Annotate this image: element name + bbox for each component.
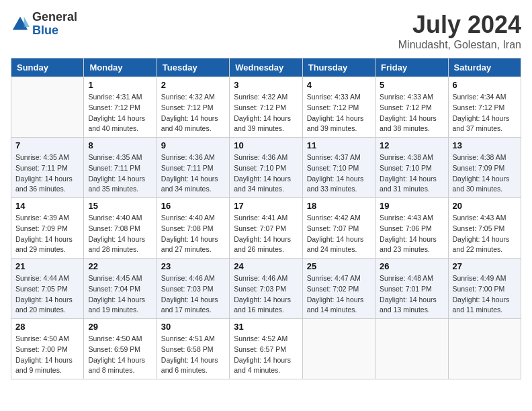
calendar-cell: 20Sunrise: 4:43 AMSunset: 7:05 PMDayligh… (448, 198, 521, 259)
calendar-cell: 8Sunrise: 4:35 AMSunset: 7:11 PMDaylight… (84, 138, 157, 198)
day-info: Sunrise: 4:38 AMSunset: 7:10 PMDaylight:… (380, 152, 443, 195)
week-row-5: 28Sunrise: 4:50 AMSunset: 7:00 PMDayligh… (11, 319, 521, 379)
day-info: Sunrise: 4:36 AMSunset: 7:11 PMDaylight:… (161, 152, 225, 195)
day-info: Sunrise: 4:51 AMSunset: 6:58 PMDaylight:… (161, 334, 225, 376)
calendar-cell: 28Sunrise: 4:50 AMSunset: 7:00 PMDayligh… (11, 319, 84, 379)
calendar-cell: 3Sunrise: 4:32 AMSunset: 7:12 PMDaylight… (230, 77, 302, 138)
day-number: 7 (15, 140, 79, 150)
week-row-1: 1Sunrise: 4:31 AMSunset: 7:12 PMDaylight… (11, 77, 521, 138)
day-info: Sunrise: 4:36 AMSunset: 7:10 PMDaylight:… (234, 152, 298, 195)
title-area: July 2024 Minudasht, Golestan, Iran (398, 11, 521, 51)
header-day-friday: Friday (375, 58, 448, 77)
day-info: Sunrise: 4:50 AMSunset: 6:59 PMDaylight:… (88, 334, 152, 376)
day-number: 29 (88, 322, 152, 332)
calendar-cell: 18Sunrise: 4:42 AMSunset: 7:07 PMDayligh… (302, 198, 375, 259)
calendar-header: SundayMondayTuesdayWednesdayThursdayFrid… (11, 58, 521, 77)
day-number: 27 (453, 261, 517, 271)
day-info: Sunrise: 4:43 AMSunset: 7:05 PMDaylight:… (453, 213, 517, 255)
month-title: July 2024 (398, 11, 521, 39)
day-info: Sunrise: 4:33 AMSunset: 7:12 PMDaylight:… (307, 92, 371, 134)
calendar-cell: 9Sunrise: 4:36 AMSunset: 7:11 PMDaylight… (157, 138, 229, 198)
day-number: 26 (380, 261, 443, 271)
header-day-monday: Monday (84, 58, 157, 77)
day-number: 2 (161, 80, 225, 90)
header-day-saturday: Saturday (448, 58, 521, 77)
logo-blue-text: Blue (32, 24, 77, 38)
day-info: Sunrise: 4:32 AMSunset: 7:12 PMDaylight:… (234, 92, 298, 134)
calendar-cell: 26Sunrise: 4:48 AMSunset: 7:01 PMDayligh… (375, 259, 448, 319)
calendar-cell (302, 319, 375, 379)
day-number: 23 (161, 261, 225, 271)
day-number: 20 (453, 201, 517, 211)
day-info: Sunrise: 4:52 AMSunset: 6:57 PMDaylight:… (234, 334, 298, 376)
calendar-cell (448, 319, 521, 379)
day-info: Sunrise: 4:46 AMSunset: 7:03 PMDaylight:… (161, 273, 225, 316)
day-number: 19 (380, 201, 443, 211)
day-info: Sunrise: 4:35 AMSunset: 7:11 PMDaylight:… (15, 152, 79, 195)
day-info: Sunrise: 4:47 AMSunset: 7:02 PMDaylight:… (307, 273, 371, 316)
day-info: Sunrise: 4:49 AMSunset: 7:00 PMDaylight:… (453, 273, 517, 316)
calendar-cell: 10Sunrise: 4:36 AMSunset: 7:10 PMDayligh… (230, 138, 302, 198)
day-info: Sunrise: 4:42 AMSunset: 7:07 PMDaylight:… (307, 213, 371, 255)
day-number: 31 (234, 322, 298, 332)
calendar-cell: 7Sunrise: 4:35 AMSunset: 7:11 PMDaylight… (11, 138, 84, 198)
calendar-cell: 17Sunrise: 4:41 AMSunset: 7:07 PMDayligh… (230, 198, 302, 259)
logo-text: General Blue (32, 11, 77, 38)
header-day-thursday: Thursday (302, 58, 375, 77)
svg-marker-1 (24, 17, 30, 27)
day-number: 21 (15, 261, 79, 271)
day-info: Sunrise: 4:45 AMSunset: 7:04 PMDaylight:… (88, 273, 152, 316)
day-info: Sunrise: 4:40 AMSunset: 7:08 PMDaylight:… (161, 213, 225, 255)
logo-icon (11, 15, 30, 34)
calendar-cell: 4Sunrise: 4:33 AMSunset: 7:12 PMDaylight… (302, 77, 375, 138)
calendar-cell: 25Sunrise: 4:47 AMSunset: 7:02 PMDayligh… (302, 259, 375, 319)
calendar-cell: 13Sunrise: 4:38 AMSunset: 7:09 PMDayligh… (448, 138, 521, 198)
calendar-table: SundayMondayTuesdayWednesdayThursdayFrid… (11, 58, 521, 379)
day-number: 24 (234, 261, 298, 271)
logo-general-text: General (32, 11, 77, 24)
day-info: Sunrise: 4:34 AMSunset: 7:12 PMDaylight:… (453, 92, 517, 134)
calendar-cell: 15Sunrise: 4:40 AMSunset: 7:08 PMDayligh… (84, 198, 157, 259)
day-number: 4 (307, 80, 371, 90)
day-number: 18 (307, 201, 371, 211)
week-row-2: 7Sunrise: 4:35 AMSunset: 7:11 PMDaylight… (11, 138, 521, 198)
header-day-tuesday: Tuesday (157, 58, 229, 77)
header-row: SundayMondayTuesdayWednesdayThursdayFrid… (11, 58, 521, 77)
calendar-cell: 22Sunrise: 4:45 AMSunset: 7:04 PMDayligh… (84, 259, 157, 319)
logo: General Blue (11, 11, 77, 38)
calendar-cell: 23Sunrise: 4:46 AMSunset: 7:03 PMDayligh… (157, 259, 229, 319)
calendar-cell: 29Sunrise: 4:50 AMSunset: 6:59 PMDayligh… (84, 319, 157, 379)
day-number: 28 (15, 322, 79, 332)
calendar-cell: 24Sunrise: 4:46 AMSunset: 7:03 PMDayligh… (230, 259, 302, 319)
day-info: Sunrise: 4:44 AMSunset: 7:05 PMDaylight:… (15, 273, 79, 316)
day-number: 17 (234, 201, 298, 211)
day-info: Sunrise: 4:35 AMSunset: 7:11 PMDaylight:… (88, 152, 152, 195)
day-number: 3 (234, 80, 298, 90)
calendar-cell: 5Sunrise: 4:33 AMSunset: 7:12 PMDaylight… (375, 77, 448, 138)
calendar-cell (11, 77, 84, 138)
calendar-body: 1Sunrise: 4:31 AMSunset: 7:12 PMDaylight… (11, 77, 521, 379)
day-info: Sunrise: 4:38 AMSunset: 7:09 PMDaylight:… (453, 152, 517, 195)
header-day-wednesday: Wednesday (230, 58, 302, 77)
day-number: 12 (380, 140, 443, 150)
day-info: Sunrise: 4:48 AMSunset: 7:01 PMDaylight:… (380, 273, 443, 316)
calendar-cell: 1Sunrise: 4:31 AMSunset: 7:12 PMDaylight… (84, 77, 157, 138)
day-number: 22 (88, 261, 152, 271)
day-number: 16 (161, 201, 225, 211)
week-row-3: 14Sunrise: 4:39 AMSunset: 7:09 PMDayligh… (11, 198, 521, 259)
day-info: Sunrise: 4:46 AMSunset: 7:03 PMDaylight:… (234, 273, 298, 316)
day-info: Sunrise: 4:40 AMSunset: 7:08 PMDaylight:… (88, 213, 152, 255)
day-info: Sunrise: 4:41 AMSunset: 7:07 PMDaylight:… (234, 213, 298, 255)
day-number: 6 (453, 80, 517, 90)
calendar-cell (375, 319, 448, 379)
day-info: Sunrise: 4:37 AMSunset: 7:10 PMDaylight:… (307, 152, 371, 195)
calendar-cell: 2Sunrise: 4:32 AMSunset: 7:12 PMDaylight… (157, 77, 229, 138)
day-number: 25 (307, 261, 371, 271)
week-row-4: 21Sunrise: 4:44 AMSunset: 7:05 PMDayligh… (11, 259, 521, 319)
day-info: Sunrise: 4:43 AMSunset: 7:06 PMDaylight:… (380, 213, 443, 255)
day-number: 30 (161, 322, 225, 332)
day-number: 10 (234, 140, 298, 150)
day-number: 8 (88, 140, 152, 150)
calendar-cell: 19Sunrise: 4:43 AMSunset: 7:06 PMDayligh… (375, 198, 448, 259)
day-info: Sunrise: 4:33 AMSunset: 7:12 PMDaylight:… (380, 92, 443, 134)
